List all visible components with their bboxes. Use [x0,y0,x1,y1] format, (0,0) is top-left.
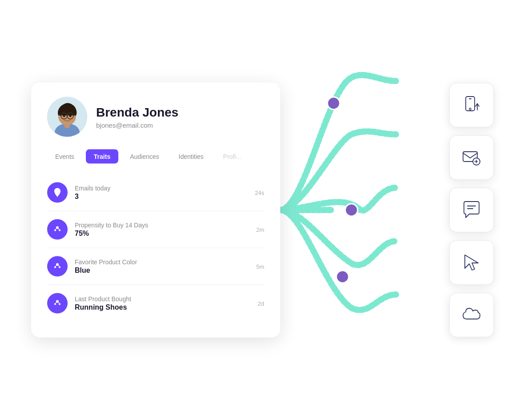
trait-time-color: 5m [256,263,264,270]
card-header: Brenda Jones bjones@email.com [47,97,264,137]
cloud-icon [460,304,483,326]
svg-point-1 [345,204,358,216]
user-name: Brenda Jones [96,105,178,120]
destination-mobile-push [449,83,494,127]
destination-email [449,135,494,180]
trait-value-product: Running Shoes [75,303,251,311]
trait-label-emails: Emails today [75,185,248,192]
trait-time-product: 2d [258,300,264,307]
svg-point-14 [56,190,59,193]
user-email: bjones@email.com [96,121,178,129]
svg-point-0 [327,97,340,109]
trait-row: Emails today 3 24s [47,174,264,211]
trait-value-color: Blue [75,267,249,275]
trait-row: Propensity to Buy 14 Days 75% 2m [47,211,264,248]
trait-icon-product [47,293,68,314]
avatar [47,97,87,137]
mobile-push-icon [460,94,483,116]
tab-identities[interactable]: Identities [171,149,212,164]
trait-value-propensity: 75% [75,230,249,238]
tab-audiences[interactable]: Audiences [122,149,167,164]
cursor-icon [460,251,483,274]
tab-events[interactable]: Events [47,149,82,164]
trait-value-emails: 3 [75,193,248,201]
svg-point-13 [69,115,72,117]
profile-card: Brenda Jones bjones@email.com Events Tra… [31,83,280,338]
trait-label-product: Last Product Bought [75,295,251,303]
trait-icon-propensity [47,219,68,240]
trait-icon-emails [47,182,68,203]
trait-time-propensity: 2m [256,226,264,233]
svg-point-2 [336,271,349,283]
svg-point-28 [469,108,471,110]
trait-time-emails: 24s [255,189,264,196]
trait-content-propensity: Propensity to Buy 14 Days 75% [75,222,249,238]
user-info: Brenda Jones bjones@email.com [96,105,178,129]
destination-ads [449,240,494,285]
scene: Brenda Jones bjones@email.com Events Tra… [13,14,503,406]
tabs-container: Events Traits Audiences Identities Profi… [47,149,264,164]
destination-cloud [449,293,494,337]
trait-row: Last Product Bought Running Shoes 2d [47,285,264,322]
traits-list: Emails today 3 24s Propensity to B [47,174,264,322]
email-icon [460,146,483,169]
destinations-list [449,83,494,337]
tab-profile[interactable]: Profi... [215,149,249,164]
trait-content-color: Favorite Product Color Blue [75,258,249,275]
destination-sms [449,188,494,232]
trait-label-propensity: Propensity to Buy 14 Days [75,222,249,229]
sms-icon [460,199,483,221]
trait-content-product: Last Product Bought Running Shoes [75,295,251,311]
tab-traits[interactable]: Traits [86,149,118,164]
trait-label-color: Favorite Product Color [75,258,249,266]
svg-point-12 [63,115,65,117]
trait-content-emails: Emails today 3 [75,185,248,201]
trait-row: Favorite Product Color Blue 5m [47,248,264,285]
trait-icon-color [47,256,68,277]
